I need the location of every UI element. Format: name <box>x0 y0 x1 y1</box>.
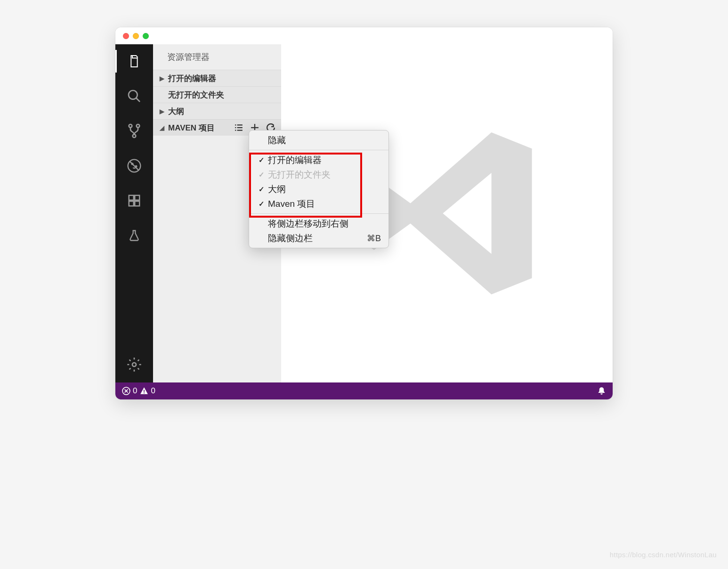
activitybar <box>115 44 153 382</box>
menu-label: 隐藏侧边栏 <box>268 232 367 244</box>
svg-rect-12 <box>135 201 139 206</box>
statusbar: 0 0 <box>115 382 613 399</box>
settings-gear-icon[interactable] <box>126 356 143 373</box>
sidebar-section-no-folder[interactable]: 无打开的文件夹 <box>153 86 281 103</box>
svg-rect-25 <box>144 390 145 392</box>
svg-line-6 <box>130 162 139 171</box>
test-icon[interactable] <box>126 227 143 244</box>
svg-rect-16 <box>235 127 236 128</box>
section-label: 打开的编辑器 <box>168 73 216 84</box>
check-icon: ✓ <box>259 200 268 208</box>
svg-rect-17 <box>237 127 243 128</box>
svg-rect-19 <box>237 130 243 131</box>
debug-icon[interactable] <box>126 157 143 174</box>
watermark-text: https://blog.csdn.net/WinstonLau <box>610 551 717 559</box>
section-label: MAVEN 项目 <box>168 122 215 133</box>
error-count: 0 <box>133 386 137 396</box>
svg-rect-9 <box>129 195 134 200</box>
list-icon[interactable] <box>234 123 243 132</box>
menu-item-move-sidebar[interactable]: 将侧边栏移动到右侧 <box>249 216 388 231</box>
sidebar-section-open-editors[interactable]: ▶ 打开的编辑器 <box>153 70 281 86</box>
menu-item-no-folder: ✓ 无打开的文件夹 <box>249 167 388 182</box>
source-control-icon[interactable] <box>126 122 143 139</box>
menu-label: Maven 项目 <box>268 198 381 210</box>
menu-item-open-editors[interactable]: ✓ 打开的编辑器 <box>249 153 388 167</box>
status-notifications[interactable] <box>597 387 606 396</box>
menu-shortcut: ⌘B <box>367 233 381 244</box>
search-icon[interactable] <box>126 88 143 105</box>
extensions-icon[interactable] <box>126 192 143 209</box>
svg-rect-14 <box>235 124 236 125</box>
menu-label: 打开的编辑器 <box>268 154 381 166</box>
section-label: 无打开的文件夹 <box>168 89 224 100</box>
section-label: 大纲 <box>168 106 184 117</box>
check-icon: ✓ <box>259 185 268 194</box>
sidebar-section-outline[interactable]: ▶ 大纲 <box>153 103 281 119</box>
svg-rect-18 <box>235 130 236 131</box>
error-icon <box>122 387 130 395</box>
svg-line-1 <box>136 98 140 102</box>
window-minimize-button[interactable] <box>133 33 139 39</box>
chevron-right-icon: ▶ <box>160 108 165 115</box>
sidebar-title: 资源管理器 <box>153 44 281 70</box>
context-menu: 隐藏 ✓ 打开的编辑器 ✓ 无打开的文件夹 ✓ 大纲 ✓ Maven 项目 将侧… <box>249 130 389 248</box>
menu-separator <box>249 213 388 214</box>
window-close-button[interactable] <box>123 33 129 39</box>
status-errors[interactable]: 0 <box>122 386 137 396</box>
menu-item-maven[interactable]: ✓ Maven 项目 <box>249 196 388 211</box>
svg-point-3 <box>137 124 140 128</box>
svg-point-4 <box>133 134 136 138</box>
status-warnings[interactable]: 0 <box>140 386 155 396</box>
svg-point-13 <box>132 363 136 366</box>
svg-rect-26 <box>144 392 145 393</box>
bell-icon <box>597 387 606 396</box>
titlebar <box>115 27 613 44</box>
svg-rect-10 <box>129 201 134 206</box>
warning-count: 0 <box>151 386 155 396</box>
chevron-down-icon: ◢ <box>160 124 165 131</box>
window-maximize-button[interactable] <box>143 33 149 39</box>
check-icon: ✓ <box>259 171 268 179</box>
menu-item-outline[interactable]: ✓ 大纲 <box>249 182 388 196</box>
menu-label: 大纲 <box>268 183 381 195</box>
menu-label: 隐藏 <box>268 134 381 146</box>
svg-rect-21 <box>251 127 259 128</box>
menu-item-hide[interactable]: 隐藏 <box>249 133 388 147</box>
svg-point-8 <box>136 166 137 167</box>
svg-rect-11 <box>135 195 139 200</box>
menu-separator <box>249 150 388 150</box>
chevron-right-icon: ▶ <box>160 75 165 82</box>
svg-rect-15 <box>237 124 243 125</box>
svg-point-7 <box>132 163 133 165</box>
app-window: 资源管理器 ▶ 打开的编辑器 无打开的文件夹 ▶ 大纲 ◢ MAVEN 项目 <box>115 27 613 399</box>
menu-label: 将侧边栏移动到右侧 <box>268 218 381 230</box>
svg-point-2 <box>129 124 132 128</box>
menu-item-hide-sidebar[interactable]: 隐藏侧边栏 ⌘B <box>249 231 388 245</box>
warning-icon <box>140 387 148 395</box>
explorer-icon[interactable] <box>126 53 143 70</box>
menu-label: 无打开的文件夹 <box>268 169 381 181</box>
check-icon: ✓ <box>259 156 268 164</box>
svg-point-0 <box>129 90 138 99</box>
